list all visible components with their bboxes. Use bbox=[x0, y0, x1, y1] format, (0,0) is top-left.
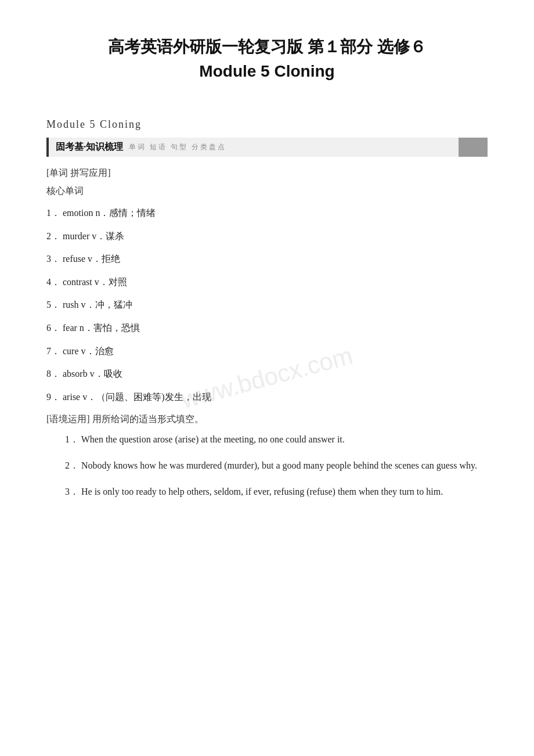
exercise-paragraph: 2． Nobody knows how he was murdered (mur… bbox=[46, 458, 488, 474]
vocab-list: 1． emotion n．感情；情绪2． murder v．谋杀3． refus… bbox=[46, 206, 488, 404]
title-line2: Module 5 Cloning bbox=[46, 59, 488, 84]
section-bar-decoration bbox=[459, 138, 488, 157]
section-bar: 固考基·知识梳理 单词 短语 句型 分类盘点 bbox=[46, 138, 488, 157]
vocab-item: 4． contrast v．对照 bbox=[46, 275, 488, 290]
vocab-item: 3． refuse v．拒绝 bbox=[46, 251, 488, 267]
title-line1: 高考英语外研版一轮复习版 第１部分 选修６ bbox=[46, 35, 488, 59]
vocab-item: 9． arise v．（问题、困难等)发生，出现 bbox=[46, 390, 488, 405]
vocab-item: 5． rush v．冲，猛冲 bbox=[46, 297, 488, 312]
context-section: [语境运用] 用所给词的适当形式填空。 bbox=[46, 413, 488, 426]
vocab-item: 1． emotion n．感情；情绪 bbox=[46, 206, 488, 221]
exercises-container: 1． When the question arose (arise) at th… bbox=[46, 431, 488, 500]
vocab-item: 7． cure v．治愈 bbox=[46, 344, 488, 359]
exercise-paragraph: 3． He is only too ready to help others, … bbox=[46, 484, 488, 501]
bracket-section: [单词 拼写应用] bbox=[46, 167, 488, 179]
module-header: Module 5 Cloning bbox=[46, 118, 488, 131]
core-words-title: 核心单词 bbox=[46, 185, 488, 197]
vocab-item: 6． fear n．害怕，恐惧 bbox=[46, 321, 488, 336]
vocab-item: 2． murder v．谋杀 bbox=[46, 229, 488, 244]
exercise-paragraph: 1． When the question arose (arise) at th… bbox=[46, 431, 488, 448]
section-bar-tags: 单词 短语 句型 分类盘点 bbox=[129, 142, 226, 152]
section-bar-label: 固考基·知识梳理 bbox=[56, 141, 123, 153]
vocab-item: 8． absorb v．吸收 bbox=[46, 366, 488, 381]
page-title: 高考英语外研版一轮复习版 第１部分 选修６ Module 5 Cloning bbox=[46, 35, 488, 84]
